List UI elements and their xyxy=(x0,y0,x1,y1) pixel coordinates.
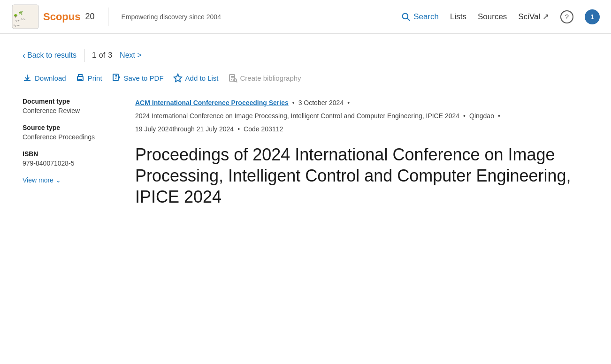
article-title: Proceedings of 2024 International Confer… xyxy=(135,144,588,207)
article-meta: ACM International Conference Proceeding … xyxy=(135,98,588,135)
nav-sources[interactable]: Sources xyxy=(478,12,507,22)
nav-separator xyxy=(84,49,84,62)
chevron-left-icon xyxy=(23,51,25,61)
source-type-value: Conference Proceedings xyxy=(23,133,116,141)
svg-rect-8 xyxy=(77,76,83,81)
logo-area: 🌳 🌿 ∿∿ ∿∿ figure Scopus 20 xyxy=(11,4,95,30)
dot-sep-3: • xyxy=(463,111,466,122)
nav-lists[interactable]: Lists xyxy=(450,12,466,22)
isbn-field: ISBN 979-840071028-5 xyxy=(23,150,116,167)
brand-name: Scopus xyxy=(43,11,80,23)
view-more-link[interactable]: View more ⌄ xyxy=(23,176,116,184)
doc-type-field: Document type Conference Review xyxy=(23,98,116,114)
article-location: Qingdao xyxy=(469,111,494,122)
nav-search[interactable]: Search xyxy=(401,12,439,22)
save-to-pdf-button[interactable]: Save to PDF xyxy=(112,73,164,83)
download-icon xyxy=(23,73,32,83)
svg-text:∿∿: ∿∿ xyxy=(21,18,25,21)
version-number: 20 xyxy=(85,12,94,22)
user-avatar[interactable]: 1 xyxy=(585,9,600,24)
series-link[interactable]: ACM International Conference Proceeding … xyxy=(135,98,289,109)
dot-sep-2: • xyxy=(347,98,350,109)
nav-scival[interactable]: SciVal ↗ xyxy=(518,12,549,22)
print-icon xyxy=(76,73,85,83)
article-date-range: 19 July 2024through 21 July 2024 xyxy=(135,124,234,135)
scopus-logo-icon: 🌳 🌿 ∿∿ ∿∿ figure xyxy=(11,4,39,30)
help-button[interactable]: ? xyxy=(560,10,573,23)
pagination: 1 of 3 xyxy=(92,51,112,60)
create-bibliography-button[interactable]: Create bibliography xyxy=(228,73,301,83)
document-layout: Document type Conference Review Source t… xyxy=(23,98,588,207)
document-toolbar: Download Print Save to PDF Add to List xyxy=(23,73,588,83)
next-link[interactable]: Next > xyxy=(120,51,142,60)
code-value: 203112 xyxy=(261,124,283,135)
source-type-label: Source type xyxy=(23,124,116,131)
add-to-list-button[interactable]: Add to List xyxy=(173,73,219,83)
print-button[interactable]: Print xyxy=(76,73,102,83)
svg-line-7 xyxy=(407,18,410,20)
source-type-field: Source type Conference Proceedings xyxy=(23,124,116,141)
svg-marker-10 xyxy=(174,74,182,82)
bibliography-icon xyxy=(228,73,237,83)
svg-text:figure: figure xyxy=(14,24,20,27)
star-icon xyxy=(173,73,183,83)
dot-sep-1: • xyxy=(292,98,295,109)
main-nav: Search Lists Sources SciVal ↗ ? 1 xyxy=(401,9,600,24)
header-tagline: Empowering discovery since 2004 xyxy=(122,13,221,21)
conference-full: 2024 International Conference on Image P… xyxy=(135,111,459,122)
meta-line: ACM International Conference Proceeding … xyxy=(135,98,588,135)
search-icon xyxy=(401,12,411,22)
code-label: Code xyxy=(244,124,259,135)
isbn-label: ISBN xyxy=(23,150,116,158)
pdf-icon xyxy=(112,73,121,83)
svg-text:🌿: 🌿 xyxy=(19,11,23,15)
svg-point-6 xyxy=(403,13,408,19)
breadcrumb-nav: Back to results 1 of 3 Next > xyxy=(23,49,588,62)
article-content: ACM International Conference Proceeding … xyxy=(135,98,588,207)
header-divider xyxy=(108,8,108,26)
isbn-value: 979-840071028-5 xyxy=(23,159,116,167)
svg-text:∿∿: ∿∿ xyxy=(15,19,20,22)
back-to-results-link[interactable]: Back to results xyxy=(23,51,76,61)
dot-sep-5: • xyxy=(237,124,240,135)
dot-sep-4: • xyxy=(498,111,500,122)
download-button[interactable]: Download xyxy=(23,73,66,83)
doc-type-value: Conference Review xyxy=(23,107,116,114)
svg-text:🌳: 🌳 xyxy=(14,14,18,18)
document-sidebar: Document type Conference Review Source t… xyxy=(23,98,116,207)
doc-type-label: Document type xyxy=(23,98,116,105)
chevron-down-icon: ⌄ xyxy=(55,176,61,184)
article-date: 3 October 2024 xyxy=(298,98,344,109)
